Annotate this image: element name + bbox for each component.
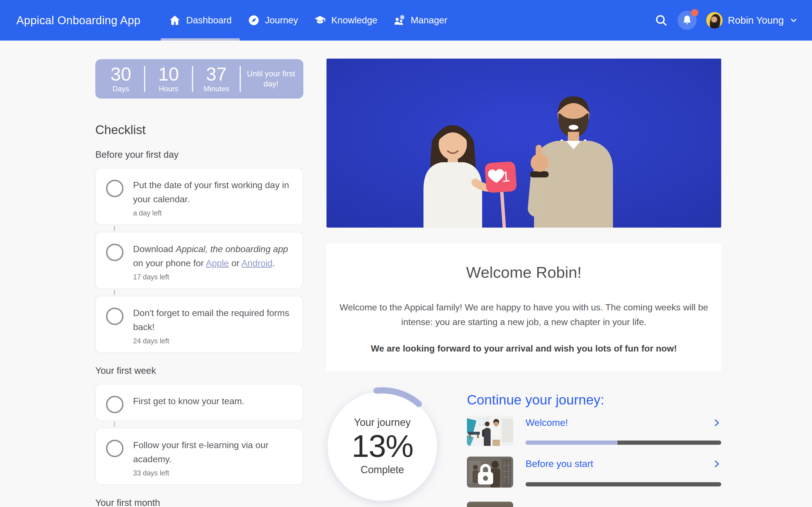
journey-progress-percent: 13% (352, 429, 413, 464)
checkbox-circle[interactable] (106, 180, 123, 197)
checklist-item: Put the date of your first working day i… (95, 168, 303, 225)
days-left-label: a day left (133, 209, 295, 217)
journey-item-thumbnail-partial[interactable] (467, 502, 513, 507)
journey-item-link[interactable]: Welcome! (525, 417, 568, 428)
countdown-days: 30Days (98, 64, 144, 93)
days-left-label: 24 days left (133, 337, 295, 345)
chevron-right-icon[interactable] (712, 418, 721, 427)
countdown-minutes: 37Minutes (193, 64, 240, 93)
compass-icon (248, 14, 260, 26)
countdown-value: 30 (110, 64, 131, 84)
checklist-item: Follow your first e-learning via our aca… (95, 428, 303, 485)
notifications-bell-icon[interactable] (677, 11, 697, 30)
countdown-unit-label: Minutes (204, 84, 229, 93)
nav-item-label: Manager (410, 15, 447, 25)
checklist-section-heading: Your first week (95, 365, 303, 376)
text-segment: Put the date of your first working day i… (133, 180, 289, 204)
nav-item-label: Dashboard (186, 15, 232, 25)
days-left-label: 17 days left (133, 273, 295, 281)
graduation-cap-icon (314, 14, 326, 26)
user-menu[interactable]: Robin Young (706, 12, 799, 29)
checklist-connector (114, 290, 115, 295)
journey-item-content: Welcome! (525, 415, 721, 446)
checklist-item-text: Follow your first e-learning via our aca… (133, 438, 295, 466)
checkbox-circle[interactable] (106, 396, 123, 413)
journey-progress-fill (525, 441, 617, 445)
countdown-caption: Until your first day! (241, 69, 301, 89)
checklist-column: 30Days10Hours37MinutesUntil your first d… (95, 59, 303, 507)
link-apple[interactable]: Apple (206, 258, 229, 268)
nav-item-label: Knowledge (331, 15, 377, 25)
notification-badge (691, 9, 698, 16)
navbar-actions: Robin Young (654, 11, 799, 30)
italic-text: Appical, the onboarding app (175, 244, 288, 254)
welcome-title: Welcome Robin! (337, 263, 711, 281)
checkbox-circle[interactable] (106, 307, 123, 325)
checklist-connector (114, 226, 115, 231)
people-gear-icon (393, 14, 405, 26)
checkbox-circle[interactable] (106, 244, 123, 261)
checklist-section-heading: Before your first day (95, 149, 303, 160)
checklist-item: Don't forget to email the required forms… (95, 296, 303, 353)
days-left-label: 33 days left (133, 469, 295, 477)
journey-item: Before you start (467, 457, 721, 488)
chevron-down-icon (789, 15, 799, 25)
text-segment: Follow your first e-learning via our aca… (133, 440, 268, 464)
nav-item-label: Journey (265, 15, 298, 25)
checklist-section-heading: Your first month (95, 497, 303, 507)
top-navbar: Appical Onboarding App DashboardJourneyK… (0, 0, 812, 41)
journey-progress-circle: Your journey 13% Complete (327, 392, 437, 501)
countdown-value: 37 (206, 64, 227, 84)
journey-rows: Welcome!Before you start (467, 415, 721, 488)
chevron-right-icon[interactable] (712, 459, 721, 468)
countdown-card: 30Days10Hours37MinutesUntil your first d… (95, 59, 303, 99)
journey-heading: Continue your journey: (467, 392, 721, 407)
countdown-value: 10 (158, 64, 179, 84)
hero-image: 1 (326, 59, 721, 228)
nav-item-knowledge[interactable]: Knowledge (306, 0, 385, 41)
locked-room-thumb-locked[interactable] (467, 457, 513, 488)
checklist-item-body: Follow your first e-learning via our aca… (133, 438, 295, 477)
journey-item-link[interactable]: Before you start (525, 458, 593, 469)
text-segment: Download (133, 244, 175, 254)
checkbox-circle[interactable] (106, 440, 123, 457)
checklist-item: Download Appical, the onboarding app on … (95, 232, 303, 289)
journey-item-content: Before you start (525, 457, 721, 488)
checklist-sections: Before your first dayPut the date of you… (95, 149, 303, 507)
nav-item-manager[interactable]: Manager (385, 0, 455, 41)
welcome-card: Welcome Robin! Welcome to the Appical fa… (326, 243, 721, 371)
journey-progress-bar (525, 441, 721, 445)
like-count: 1 (501, 168, 511, 185)
user-name: Robin Young (728, 15, 784, 26)
link-android[interactable]: Android (241, 258, 272, 268)
home-icon (168, 14, 181, 26)
nav-item-journey[interactable]: Journey (240, 0, 306, 41)
checklist-item: First get to know your team. (95, 384, 303, 421)
checklist-item-text: Don't forget to email the required forms… (133, 306, 295, 334)
checklist-item-body: Download Appical, the onboarding app on … (133, 242, 295, 281)
checklist-item-body: Put the date of your first working day i… (133, 178, 295, 217)
checklist-item-text: Download Appical, the onboarding app on … (133, 242, 295, 270)
text-segment: Don't forget to email the required forms… (133, 308, 289, 332)
office-meeting-thumb[interactable] (467, 415, 513, 446)
text-segment: or (229, 258, 241, 268)
journey-progress-label: Your journey (354, 416, 411, 429)
app-title: Appical Onboarding App (16, 14, 140, 27)
nav-menu: DashboardJourneyKnowledgeManager (161, 0, 455, 41)
text-segment: . (273, 258, 275, 268)
checklist-item-body: Don't forget to email the required forms… (133, 306, 295, 345)
welcome-paragraph: Welcome to the Appical family! We are ha… (337, 300, 711, 329)
checklist-item-body: First get to know your team. (133, 394, 245, 408)
journey-item: Welcome! (467, 415, 721, 446)
nav-item-dashboard[interactable]: Dashboard (161, 0, 239, 41)
avatar (706, 12, 723, 29)
active-tab-indicator (161, 38, 239, 41)
text-segment: on your phone for (133, 258, 206, 268)
search-icon[interactable] (654, 13, 668, 27)
welcome-emphasis: We are looking forward to your arrival a… (337, 343, 711, 354)
countdown-hours: 10Hours (145, 64, 192, 93)
journey-progress-complete: Complete (361, 464, 404, 476)
text-segment: First get to know your team. (133, 396, 245, 406)
onboarding-dashboard: Appical Onboarding App DashboardJourneyK… (0, 0, 812, 507)
countdown-unit-label: Hours (159, 84, 178, 93)
